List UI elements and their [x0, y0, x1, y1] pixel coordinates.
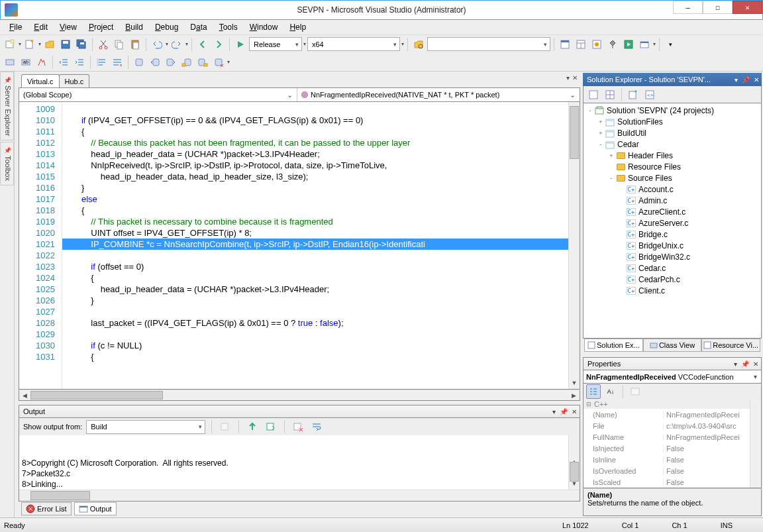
- hscroll-thumb[interactable]: [30, 391, 163, 399]
- menu-help[interactable]: Help: [284, 21, 311, 33]
- platform-combo[interactable]: x64: [307, 37, 400, 51]
- tree-row[interactable]: C+AzureServer.c: [584, 217, 761, 229]
- solution-explorer-header[interactable]: Solution Explorer - Solution 'SEVPN'... …: [583, 73, 762, 86]
- increase-indent-icon[interactable]: [72, 55, 87, 70]
- save-icon[interactable]: [58, 37, 73, 52]
- toolbar-options-icon[interactable]: ▾: [663, 37, 678, 52]
- goto-prev-icon[interactable]: [245, 419, 260, 434]
- new-project-icon[interactable]: [3, 37, 17, 52]
- class-view-tab[interactable]: Class View: [643, 339, 702, 352]
- output-source-combo[interactable]: Build: [86, 420, 205, 434]
- categorized-icon[interactable]: [586, 384, 601, 399]
- start-page-icon[interactable]: [621, 37, 636, 52]
- output-panel-header[interactable]: Output ▾ 📌 ✕: [19, 405, 580, 418]
- menu-data[interactable]: Data: [185, 21, 212, 33]
- output-dropdown-icon[interactable]: ▾: [552, 408, 556, 415]
- toolbox-tab[interactable]: 📌Toolbox: [0, 142, 14, 186]
- menu-debug[interactable]: Debug: [150, 21, 183, 33]
- tree-row[interactable]: C+Account.c: [584, 184, 761, 195]
- goto-next-icon[interactable]: [264, 419, 278, 434]
- find-message-icon[interactable]: [218, 419, 232, 434]
- sln-explorer-icon[interactable]: [558, 37, 572, 52]
- minimize-button[interactable]: —: [673, 1, 703, 14]
- property-row[interactable]: IsScaledFalse: [584, 476, 761, 488]
- output-text[interactable]: 8>Copyright (C) Microsoft Corporation. A…: [19, 435, 580, 502]
- editor-hscrollbar[interactable]: ◀ ▶: [19, 390, 580, 401]
- open-icon[interactable]: [42, 37, 57, 52]
- maximize-button[interactable]: ☐: [703, 1, 733, 14]
- menu-tools[interactable]: Tools: [214, 21, 243, 33]
- bookmark-toggle-icon[interactable]: [132, 55, 146, 70]
- display-object-icon[interactable]: [34, 55, 49, 70]
- properties-object-combo[interactable]: NnFragmentedIpReceived VCCodeFunction: [583, 370, 762, 384]
- output-hscrollbar[interactable]: ◀ ▶: [19, 490, 580, 501]
- sln-close-icon[interactable]: ✕: [754, 76, 759, 83]
- save-all-icon[interactable]: [74, 37, 89, 52]
- find-combo[interactable]: [427, 37, 550, 51]
- menu-view[interactable]: View: [54, 21, 82, 33]
- menu-edit[interactable]: Edit: [28, 21, 53, 33]
- tab-hub-c[interactable]: Hub.c: [59, 74, 90, 87]
- tree-row[interactable]: -Solution 'SEVPN' (24 projects): [584, 105, 761, 116]
- bookmark-prev-icon[interactable]: [148, 55, 162, 70]
- tree-row[interactable]: -Source Files: [584, 172, 761, 184]
- copy-icon[interactable]: [112, 37, 127, 52]
- tree-row[interactable]: C+BridgeUnix.c: [584, 240, 761, 251]
- menu-build[interactable]: Build: [120, 21, 148, 33]
- other-windows-icon[interactable]: [637, 37, 652, 52]
- tree-row[interactable]: +SolutionFiles: [584, 116, 761, 127]
- tree-row[interactable]: C+Admin.c: [584, 195, 761, 206]
- output-pin-icon[interactable]: 📌: [560, 408, 568, 415]
- alphabetical-icon[interactable]: A↓: [603, 384, 618, 399]
- toggle-wrap-icon[interactable]: [309, 419, 324, 434]
- bookmark-next-folder-icon[interactable]: [195, 55, 210, 70]
- display-word-icon[interactable]: ab: [19, 55, 33, 70]
- tree-row[interactable]: Resource Files: [584, 161, 761, 172]
- tree-row[interactable]: C+Bridge.c: [584, 229, 761, 240]
- member-dropdown[interactable]: NnFragmentedIpReceived(NATIVE_NAT * t, P…: [297, 88, 580, 101]
- vscroll-thumb[interactable]: [570, 106, 579, 159]
- solution-tree[interactable]: -Solution 'SEVPN' (24 projects)+Solution…: [583, 103, 762, 339]
- uncomment-icon[interactable]: [110, 55, 125, 70]
- props-dropdown-icon[interactable]: ▾: [734, 360, 737, 368]
- property-row[interactable]: Filec:\tmp\v4.03-9404\src: [584, 420, 761, 431]
- server-explorer-tab[interactable]: 📌Server Explorer: [0, 72, 14, 140]
- nav-fwd-icon[interactable]: [211, 37, 226, 52]
- sln-properties-icon[interactable]: [586, 87, 601, 102]
- property-row[interactable]: IsOverloadedFalse: [584, 465, 761, 476]
- error-list-tab[interactable]: Error List: [21, 502, 72, 515]
- object-browser-icon[interactable]: [589, 37, 604, 52]
- undo-icon[interactable]: [150, 37, 164, 52]
- resource-view-tab[interactable]: Resource Vi...: [701, 339, 760, 352]
- properties-header[interactable]: Properties ▾ 📌 ✕: [583, 357, 762, 370]
- props-vscrollbar[interactable]: [750, 399, 761, 488]
- property-pages-icon[interactable]: [628, 384, 642, 399]
- config-combo[interactable]: Release: [249, 37, 302, 51]
- sln-explorer-tab[interactable]: Solution Ex...: [584, 339, 643, 352]
- output-tab[interactable]: Output: [74, 502, 117, 515]
- property-row[interactable]: FullNameNnFragmentedIpRecei: [584, 431, 761, 443]
- start-debug-icon[interactable]: [233, 37, 248, 52]
- tree-row[interactable]: C+BridgeWin32.c: [584, 251, 761, 262]
- properties-window-icon[interactable]: [574, 37, 588, 52]
- clear-all-icon[interactable]: [291, 419, 305, 434]
- output-close-icon[interactable]: ✕: [572, 408, 577, 415]
- close-document-icon[interactable]: ✕: [572, 74, 578, 81]
- bookmark-next-icon[interactable]: [164, 55, 178, 70]
- property-row[interactable]: IsInjectedFalse: [584, 443, 761, 454]
- menu-window[interactable]: Window: [244, 21, 283, 33]
- sln-pin-icon[interactable]: 📌: [742, 76, 750, 83]
- active-files-dropdown-icon[interactable]: ▾: [566, 74, 570, 81]
- property-row[interactable]: IsInlineFalse: [584, 454, 761, 465]
- tree-row[interactable]: -Cedar: [584, 138, 761, 150]
- sln-dropdown-icon[interactable]: ▾: [735, 76, 738, 83]
- sln-code-icon[interactable]: <>: [642, 87, 657, 102]
- tree-row[interactable]: +Header Files: [584, 150, 761, 161]
- sln-showall-icon[interactable]: [603, 87, 617, 102]
- add-item-icon[interactable]: ✦: [23, 37, 37, 52]
- display-params-icon[interactable]: [3, 55, 17, 70]
- comment-icon[interactable]: [94, 55, 109, 70]
- close-button[interactable]: ✕: [733, 1, 762, 14]
- scroll-down-arrow-icon[interactable]: ▼: [569, 378, 580, 389]
- menu-project[interactable]: Project: [83, 21, 119, 33]
